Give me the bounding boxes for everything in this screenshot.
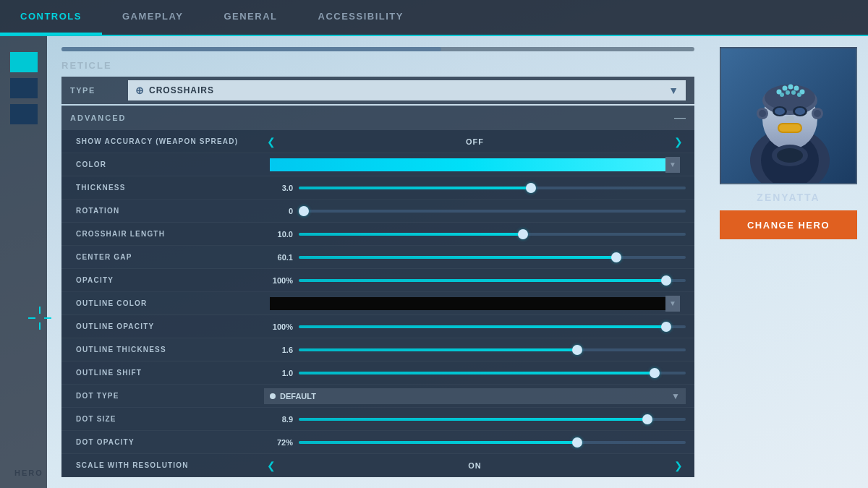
setting-name-scale-resolution: SCALE WITH RESOLUTION <box>76 461 264 469</box>
slider-track-outline-thickness[interactable] <box>299 348 686 351</box>
slider-fill-outline-opacity <box>299 325 666 328</box>
slider-track-crosshair-length[interactable] <box>299 233 686 236</box>
setting-name-color: COLOR <box>76 160 264 168</box>
svg-point-10 <box>794 86 799 91</box>
setting-name-rotation: ROTATION <box>76 207 264 215</box>
setting-row-show-accuracy: SHOW ACCURACY (WEAPON SPREAD) ❮ OFF ❯ <box>61 130 694 153</box>
slider-track-center-gap[interactable] <box>299 256 686 259</box>
slider-thumb-rotation[interactable] <box>299 206 309 216</box>
slider-thumb-dot-size[interactable] <box>642 414 652 424</box>
arrow-left-show-accuracy[interactable]: ❮ <box>264 136 278 147</box>
slider-track-dot-opacity[interactable] <box>299 441 686 444</box>
setting-row-rotation: ROTATION 0 <box>61 200 694 223</box>
slider-fill-crosshair-length <box>299 233 523 236</box>
slider-value-outline-opacity: 100% <box>264 322 293 331</box>
slider-dot-size: 8.9 <box>264 415 686 424</box>
slider-thumb-center-gap[interactable] <box>611 252 621 262</box>
hero-portrait-svg <box>721 48 857 184</box>
advanced-collapse-icon: — <box>674 111 686 124</box>
hero-portrait <box>720 47 857 184</box>
tab-gameplay[interactable]: GAMEPLAY <box>102 0 203 35</box>
setting-control-outline-thickness: 1.6 <box>264 346 686 354</box>
setting-name-outline-thickness: OUTLINE THICKNESS <box>76 346 264 354</box>
svg-point-8 <box>783 86 788 91</box>
setting-row-outline-shift: OUTLINE SHIFT 1.0 <box>61 361 694 385</box>
slider-dot-opacity: 72% <box>264 438 686 447</box>
slider-track-dot-size[interactable] <box>299 418 686 421</box>
slider-outline-thickness: 1.6 <box>264 346 686 354</box>
slider-thickness: 3.0 <box>264 184 686 192</box>
dot-type-arrow: ▼ <box>671 391 680 401</box>
setting-name-dot-size: DOT SIZE <box>76 415 264 423</box>
scrollbar-thumb <box>61 47 441 51</box>
slider-value-dot-opacity: 72% <box>264 438 293 447</box>
left-sidebar <box>0 36 47 488</box>
dot-dropdown-content: DEFAULT <box>270 392 316 401</box>
scrollbar-track[interactable] <box>61 47 694 51</box>
tab-accessibility[interactable]: ACCESSIBILITY <box>298 0 424 35</box>
type-dropdown-content: ⊕ CROSSHAIRS <box>135 85 214 96</box>
setting-name-outline-color: OUTLINE COLOR <box>76 299 264 307</box>
svg-point-20 <box>786 116 794 121</box>
type-dropdown-arrow: ▼ <box>668 85 678 96</box>
svg-point-13 <box>786 90 790 95</box>
arrow-right-show-accuracy[interactable]: ❯ <box>671 136 686 147</box>
slider-thumb-outline-thickness[interactable] <box>572 345 582 355</box>
setting-control-opacity: 100% <box>264 276 686 285</box>
advanced-header[interactable]: ADVANCED — <box>61 106 694 130</box>
slider-track-outline-shift[interactable] <box>299 372 686 374</box>
color-dropdown-black[interactable]: ▼ <box>264 296 686 312</box>
setting-control-thickness: 3.0 <box>264 184 686 192</box>
color-dropdown-cyan[interactable]: ▼ <box>264 157 686 173</box>
setting-control-scale-resolution: ❮ ON ❯ <box>264 460 686 471</box>
slider-track-rotation[interactable] <box>299 210 686 213</box>
slider-value-dot-size: 8.9 <box>264 415 293 424</box>
setting-name-outline-opacity: OUTLINE OPACITY <box>76 322 264 330</box>
slider-track-outline-opacity[interactable] <box>299 325 686 328</box>
advanced-label: ADVANCED <box>70 114 127 122</box>
setting-name-crosshair-length: CROSSHAIR LENGTH <box>76 230 264 238</box>
slider-rotation: 0 <box>264 207 686 215</box>
type-dropdown-value: CROSSHAIRS <box>149 85 214 95</box>
slider-fill-center-gap <box>299 256 616 259</box>
slider-track-thickness[interactable] <box>299 187 686 189</box>
setting-row-dot-type: DOT TYPE DEFAULT ▼ <box>61 385 694 408</box>
change-hero-button[interactable]: CHANGE HERO <box>720 210 857 239</box>
arrow-value-scale-resolution: ON <box>278 461 671 470</box>
type-row: TYPE ⊕ CROSSHAIRS ▼ <box>61 77 694 104</box>
setting-row-color: COLOR ▼ <box>61 153 694 176</box>
slider-crosshair-length: 10.0 <box>264 230 686 239</box>
dot-bullet-icon <box>270 393 276 399</box>
svg-point-9 <box>788 85 793 90</box>
sidebar-item-1[interactable] <box>10 52 38 72</box>
sidebar-item-2[interactable] <box>10 78 38 98</box>
setting-control-color: ▼ <box>264 157 686 173</box>
arrow-value-show-accuracy: OFF <box>278 137 671 146</box>
slider-value-rotation: 0 <box>264 207 293 215</box>
tab-general[interactable]: GENERAL <box>203 0 297 35</box>
arrow-control-show-accuracy: ❮ OFF ❯ <box>264 136 686 147</box>
slider-thumb-dot-opacity[interactable] <box>572 437 582 448</box>
sidebar-item-3[interactable] <box>10 104 38 124</box>
dot-type-dropdown[interactable]: DEFAULT ▼ <box>264 388 686 404</box>
slider-thumb-thickness[interactable] <box>526 183 536 193</box>
arrow-right-scale-resolution[interactable]: ❯ <box>671 460 686 471</box>
slider-thumb-opacity[interactable] <box>661 275 671 286</box>
tab-controls[interactable]: CONTROLS <box>0 0 102 35</box>
slider-thumb-outline-shift[interactable] <box>650 368 660 378</box>
crosshair-icon: ⊕ <box>135 85 145 96</box>
setting-control-outline-opacity: 100% <box>264 322 686 331</box>
slider-thumb-outline-opacity[interactable] <box>661 322 671 332</box>
setting-name-opacity: OPACITY <box>76 276 264 284</box>
arrow-left-scale-resolution[interactable]: ❮ <box>264 460 278 471</box>
slider-thumb-crosshair-length[interactable] <box>518 229 528 239</box>
settings-panel: RETICLE TYPE ⊕ CROSSHAIRS ▼ ADVANCED — S… <box>47 36 709 488</box>
setting-control-dot-size: 8.9 <box>264 415 686 424</box>
hero-panel: ZENYATTA CHANGE HERO <box>709 36 868 488</box>
type-dropdown[interactable]: ⊕ CROSSHAIRS ▼ <box>128 80 686 100</box>
color-swatch-black <box>270 297 665 310</box>
slider-track-opacity[interactable] <box>299 279 686 282</box>
svg-point-28 <box>777 148 803 163</box>
nav-tabs: CONTROLS GAMEPLAY GENERAL ACCESSIBILITY <box>0 0 868 36</box>
slider-value-thickness: 3.0 <box>264 184 293 192</box>
